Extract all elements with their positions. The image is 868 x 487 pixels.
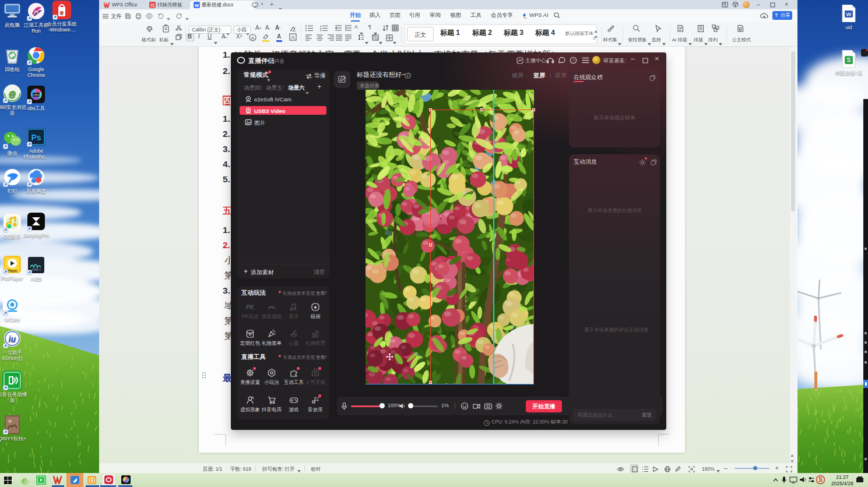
svg-text:A: A — [251, 36, 255, 41]
svg-text:OBS: OBS — [33, 93, 40, 97]
svg-text:A: A — [291, 34, 294, 40]
svg-text:Ps: Ps — [31, 133, 41, 142]
svg-text:e: e — [60, 9, 64, 16]
svg-text:?: ? — [572, 58, 575, 62]
svg-text:S: S — [847, 57, 851, 63]
svg-text:W: W — [846, 12, 852, 17]
svg-text:找: 找 — [150, 3, 155, 8]
svg-text:iu: iu — [9, 334, 16, 344]
svg-text:e: e — [9, 86, 16, 101]
svg-text:S: S — [818, 477, 823, 483]
svg-text:W: W — [195, 3, 199, 8]
svg-text:3: 3 — [320, 29, 322, 31]
svg-text:Player: Player — [7, 269, 17, 272]
svg-text:PK: PK — [246, 304, 255, 310]
svg-text:AIZB-3: AIZB-3 — [31, 268, 41, 271]
svg-text:jh: jh — [33, 9, 38, 15]
